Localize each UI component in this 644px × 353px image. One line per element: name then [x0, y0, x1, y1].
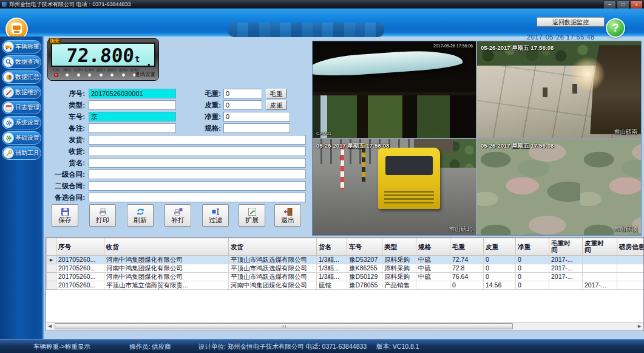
shipper-input[interactable]	[89, 135, 306, 145]
sidebar-item-log-management[interactable]: 日志管理	[2, 101, 41, 114]
row-selector[interactable]	[47, 273, 56, 281]
column-header[interactable]: 车号	[347, 238, 382, 256]
column-header[interactable]: 磅房信息	[617, 238, 644, 256]
scroll-left-arrow[interactable]: ◀	[46, 323, 54, 330]
sidebar-item-system-settings[interactable]: 系统设置	[2, 116, 41, 129]
goods-input[interactable]	[89, 158, 306, 168]
gross-weigh-button[interactable]: 毛重	[266, 89, 286, 98]
save-button[interactable]: 保存	[52, 204, 78, 227]
table-row[interactable]: 201705260...河南中鸿集团煤化有限公司平顶山市鸿跃选煤有限公司1/3精…	[47, 273, 644, 281]
column-header[interactable]: 类型	[382, 238, 416, 256]
table-cell	[583, 273, 617, 281]
camera-view-cam01[interactable]: 2017-05-26 17:56:06 CAM01	[313, 41, 476, 138]
gear-icon	[3, 117, 14, 128]
table-cell: 中硫	[416, 264, 450, 273]
column-header[interactable]: 毛重	[450, 238, 484, 256]
header-datetime: 2017-05-26 17:55:48	[527, 33, 595, 41]
table-cell: 0	[484, 264, 516, 273]
close-button[interactable]: ×	[630, 1, 643, 9]
scroll-right-arrow[interactable]: ▶	[636, 323, 643, 330]
column-header[interactable]: 货名	[317, 238, 347, 256]
spec-input[interactable]	[223, 123, 290, 133]
spec-label: 规格:	[199, 123, 221, 133]
selector-header	[47, 238, 56, 256]
tare-input[interactable]	[223, 100, 262, 110]
sidebar-item-data-query[interactable]: 数据查询	[2, 55, 41, 69]
camera-view-north[interactable]: 05-26-2017 星期五 17:56:08 前山磅北	[313, 139, 476, 235]
scrollbar-thumb[interactable]	[55, 323, 513, 329]
lcd-dot: .	[147, 58, 151, 64]
table-cell: 14.56	[484, 281, 516, 290]
contract2-input[interactable]	[89, 181, 306, 191]
table-cell: 1/3精...	[317, 273, 347, 281]
camera-label: 前山磅北	[449, 225, 472, 233]
window-title: 郑州金恒电子技术有限公司 电话：0371-63844833	[9, 0, 131, 9]
filter-button[interactable]: 过滤	[202, 204, 229, 227]
lcd-screen: 72.800 t .	[51, 43, 155, 67]
indicator-dot	[65, 73, 69, 77]
table-cell: 0	[516, 264, 549, 273]
return-monitor-button[interactable]: 返回数据监控	[537, 17, 605, 27]
camera-view-south[interactable]: 05-26-2017 星期五 17:56:08 前山磅南	[477, 41, 641, 138]
minimize-button[interactable]: −	[603, 1, 616, 9]
contract2-label: 二级合同:	[46, 181, 85, 191]
column-header[interactable]: 序号	[56, 238, 104, 256]
column-header[interactable]: 毛重时间	[549, 238, 583, 256]
reprint-button[interactable]: 补打	[164, 204, 191, 227]
help-button[interactable]: ?	[606, 18, 625, 38]
indicator-dot	[99, 73, 103, 77]
table-cell: 201705260...	[56, 273, 104, 281]
column-header[interactable]: 发货	[229, 238, 317, 256]
printer-icon	[98, 207, 108, 216]
row-selector[interactable]	[47, 281, 56, 290]
shipper-label: 发货:	[46, 135, 85, 145]
status-designer: 设计单位: 郑州金恒电子技术有限公司 电话: 0371-63844833	[198, 343, 367, 351]
tare-weigh-button[interactable]: 皮重	[266, 100, 286, 110]
table-cell: 河南中鸿集团煤化有限公司	[104, 256, 229, 264]
refresh-button[interactable]: 刷新	[127, 204, 154, 227]
table-row[interactable]: ▶201705260...河南中鸿集团煤化有限公司平顶山市鸿跃选煤有限公司1/3…	[47, 256, 644, 264]
sidebar-item-basic-settings[interactable]: 基础设置	[2, 131, 41, 145]
column-header[interactable]: 规格	[416, 238, 450, 256]
column-header[interactable]: 收货	[104, 238, 229, 256]
indicator-lamp: 感应2	[107, 67, 118, 80]
camera-label: 前山磅南	[614, 128, 637, 136]
table-cell: 河南中鸿集团煤化有限公司	[229, 281, 317, 290]
records-table: 序号收货发货货名车号类型规格毛重皮重净重毛重时间皮重时间磅房信息 ▶201705…	[46, 237, 644, 331]
table-cell: 0	[450, 281, 484, 290]
table-cell: 76.64	[450, 273, 484, 281]
plate-input[interactable]	[89, 112, 176, 122]
contract1-input[interactable]	[89, 170, 306, 179]
serial-input[interactable]	[89, 89, 176, 98]
table-cell	[617, 281, 644, 290]
column-header[interactable]: 皮重时间	[583, 238, 617, 256]
table-row[interactable]: 201705260...河南中鸿集团煤化有限公司平顶山市鸿跃选煤有限公司1/3精…	[47, 264, 644, 273]
remark-input[interactable]	[89, 123, 176, 133]
maximize-button[interactable]: □	[617, 1, 629, 9]
sidebar-item-weighing[interactable]: 车辆称重	[2, 40, 41, 53]
sidebar-item-data-summary[interactable]: 数据汇总	[2, 70, 41, 84]
horizontal-scrollbar[interactable]: ◀ ▶	[46, 322, 643, 331]
row-selector[interactable]: ▶	[47, 256, 56, 264]
exit-button[interactable]: 退出	[274, 204, 301, 227]
receiver-input[interactable]	[89, 146, 306, 156]
table-cell: 0	[484, 256, 516, 264]
camera-view-top[interactable]: 05-26-2017 星期五 17:56:08 前山磅顶	[477, 139, 641, 235]
table-cell	[583, 256, 617, 264]
type-input[interactable]	[89, 100, 176, 110]
indicator-lamp: 感应1	[95, 67, 107, 80]
contract-alt-input[interactable]	[89, 193, 306, 202]
table-row[interactable]: 201705260...平顶山市旭立信商贸有限责...河南中鸿集团煤化有限公司硫…	[47, 281, 644, 290]
type-label: 类型:	[46, 100, 85, 110]
sidebar-item-data-maintenance[interactable]: 数据维护	[2, 86, 41, 99]
row-selector[interactable]	[47, 264, 56, 273]
comm-settings-link[interactable]: 通讯设置	[135, 71, 155, 78]
column-header[interactable]: 净重	[516, 238, 549, 256]
sidebar-item-aux-tools[interactable]: 辅助工具	[2, 146, 41, 160]
gross-input[interactable]	[223, 89, 262, 98]
column-header[interactable]: 皮重	[484, 238, 516, 256]
net-input[interactable]	[223, 112, 290, 122]
gross-label: 毛重:	[199, 89, 221, 98]
expand-button[interactable]: 扩展	[239, 204, 265, 227]
print-button[interactable]: 打印	[89, 204, 116, 227]
